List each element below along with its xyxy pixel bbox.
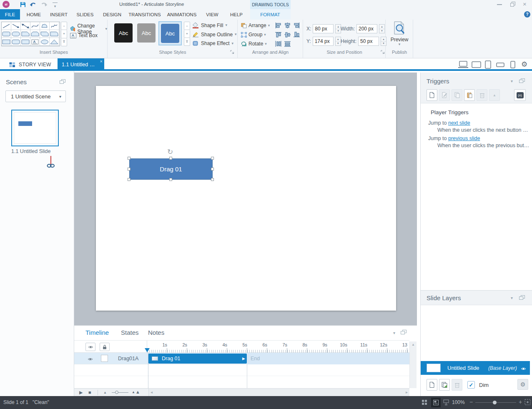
shape-scribble[interactable] [50, 22, 59, 30]
timeline-menu-caret-icon[interactable]: ▾ [393, 331, 395, 335]
timeline-zoom-out-button[interactable]: ▲ [103, 391, 107, 394]
distribute-horizontal-button[interactable] [275, 41, 281, 48]
height-input[interactable] [358, 37, 379, 46]
shape-effect-button[interactable]: Shape Effect ▾ [192, 40, 233, 46]
row-lock-checkbox[interactable] [101, 355, 108, 362]
timeline-zoom-in-button-large[interactable]: ▲ [136, 389, 140, 394]
gallery-scroll-down-button[interactable]: ▼ [61, 30, 67, 38]
y-input[interactable] [313, 37, 334, 46]
trigger-item[interactable]: Jump to previous slide [428, 135, 480, 141]
timeline-popout-button[interactable] [401, 330, 407, 336]
group-button[interactable]: Group ▾ [241, 32, 266, 38]
timeline-zoom-slider[interactable] [112, 392, 128, 393]
variables-button[interactable]: (x) [514, 89, 526, 101]
resize-handle-w[interactable] [128, 168, 130, 171]
new-trigger-button[interactable] [427, 89, 437, 101]
scroll-right-arrow-icon[interactable]: ▸ [406, 390, 408, 394]
notes-tab[interactable]: Notes [148, 329, 164, 336]
resize-handle-s[interactable] [169, 178, 172, 181]
triggers-popout-button[interactable] [519, 78, 525, 85]
shape-rounded-rect-1[interactable] [2, 30, 11, 38]
trigger-item[interactable]: Jump to next slide [428, 120, 470, 126]
arrange-button[interactable]: Arrange ▾ [241, 23, 270, 28]
playhead-marker[interactable] [145, 348, 150, 352]
tab-slides[interactable]: SLIDES [74, 9, 96, 20]
layer-properties-gear-button[interactable]: ⚙ [517, 379, 528, 390]
states-tab[interactable]: States [121, 329, 139, 336]
gallery-more-button[interactable]: ▼ [61, 38, 67, 46]
minimize-button[interactable] [497, 4, 502, 5]
align-left-button[interactable] [275, 23, 281, 30]
dim-checkbox-label[interactable]: Dim [479, 382, 489, 388]
shape-round-one-corner[interactable] [50, 30, 59, 38]
preview-button[interactable]: Preview ▾ [386, 21, 413, 46]
row-visibility-eye-icon[interactable] [88, 356, 93, 362]
style-swatch-gray[interactable]: Abc [137, 23, 156, 43]
device-preview-tablet-portrait[interactable] [485, 60, 491, 70]
tab-animations[interactable]: ANIMATIONS [165, 9, 199, 20]
tab-home[interactable]: HOME [24, 9, 44, 20]
slide-thumbnail[interactable] [11, 110, 59, 146]
slide-view-toggle-button[interactable] [431, 398, 441, 407]
text-box-button[interactable]: Text Box [70, 33, 98, 38]
trigger-target-link[interactable]: previous slide [448, 135, 480, 141]
layer-visibility-eye-icon[interactable] [521, 366, 526, 372]
copy-trigger-button[interactable] [452, 89, 462, 101]
device-preview-phone-portrait[interactable] [510, 61, 515, 70]
shape-outline-button[interactable]: Shape Outline ▾ [192, 31, 237, 38]
duplicate-layer-button[interactable] [439, 379, 450, 391]
tab-insert[interactable]: INSERT [48, 9, 70, 20]
align-middle-button[interactable] [284, 32, 291, 39]
resize-handle-e[interactable] [211, 168, 214, 171]
shape-freeform[interactable] [40, 22, 50, 30]
undo-button[interactable] [30, 2, 36, 9]
shape-fill-button[interactable]: Shape Fill ▾ [192, 22, 227, 28]
device-preview-laptop[interactable] [458, 61, 469, 70]
style-swatch-blue-selected[interactable]: Abc [158, 21, 182, 45]
new-layer-button[interactable] [427, 379, 437, 391]
shape-rect[interactable] [2, 38, 11, 46]
shape-line[interactable] [2, 22, 11, 30]
shape-oval[interactable] [40, 38, 50, 46]
trigger-target-link[interactable]: next slide [448, 120, 470, 126]
dim-checkbox[interactable]: ✓ [467, 381, 475, 389]
resize-handle-sw[interactable] [128, 178, 130, 181]
timeline-object-row[interactable]: Drag01A Drag 01 ▶ End [74, 353, 409, 364]
restore-button[interactable] [510, 2, 516, 7]
zoom-out-button[interactable]: − [469, 399, 473, 405]
device-preview-tablet-landscape[interactable] [472, 61, 481, 70]
tab-help[interactable]: HELP [228, 9, 245, 20]
edit-trigger-button[interactable] [439, 89, 450, 101]
resize-handle-se[interactable] [211, 178, 214, 181]
timeline-v-scrollbar[interactable]: ▲ [409, 341, 417, 388]
tab-design[interactable]: DESIGN [100, 9, 124, 20]
distribute-vertical-button[interactable] [284, 41, 291, 48]
shape-arrow[interactable] [11, 22, 21, 30]
play-button[interactable]: ▶ [79, 390, 83, 395]
shape-rounded-rect-2[interactable] [11, 30, 21, 38]
align-center-button[interactable] [284, 23, 291, 30]
timeline-tab[interactable]: Timeline [85, 329, 109, 336]
row-object-name[interactable]: Drag01A [118, 356, 138, 361]
zoom-slider[interactable] [475, 402, 516, 403]
timeline-object-bar[interactable]: Drag 01 ▶ [148, 354, 247, 364]
timeline-zoom-in-button[interactable]: ▲ [132, 390, 135, 394]
slide-canvas[interactable] [96, 86, 396, 311]
layer-row-selected[interactable]: Untitled Slide (Base Layer) [421, 361, 530, 375]
timeline-zoom-slider-thumb[interactable] [115, 391, 118, 394]
rotate-button[interactable]: Rotate ▾ [241, 41, 267, 47]
shape-rect-2[interactable] [21, 38, 30, 46]
timeline-ruler[interactable]: 1s 2s 3s 4s 5s 6s 7s 8s 9s 10s 11s 12s 1… [147, 341, 409, 353]
help-button[interactable]: ? [524, 11, 530, 18]
rotate-handle[interactable]: ↻ [167, 148, 173, 156]
shape-text-box[interactable] [30, 38, 40, 46]
scroll-left-arrow-icon[interactable]: ◂ [151, 390, 153, 394]
toggle-all-visibility-button[interactable] [85, 343, 95, 351]
scroll-up-arrow-icon[interactable]: ▲ [412, 343, 415, 346]
shape-snip-corner[interactable] [21, 30, 30, 38]
width-input[interactable] [356, 24, 377, 33]
gallery-scroll-up-button[interactable]: ▲ [61, 22, 67, 30]
zoom-in-button[interactable]: + [519, 399, 522, 405]
style-scroll-up-button[interactable]: ▲ [184, 22, 190, 30]
shape-curve[interactable] [30, 22, 40, 30]
